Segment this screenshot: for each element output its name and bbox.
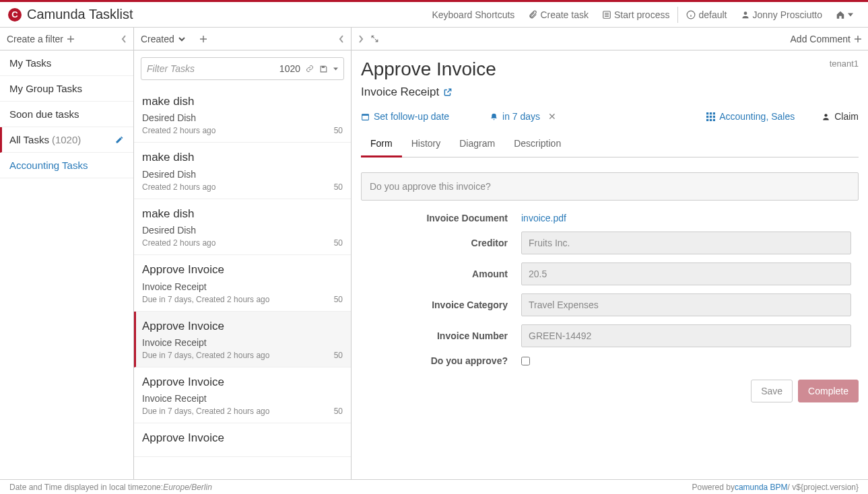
doc-link[interactable]: invoice.pdf <box>521 213 566 223</box>
keyboard-shortcuts-link[interactable]: Keyboard Shortcuts <box>425 2 521 28</box>
tab-history[interactable]: History <box>402 131 450 157</box>
svg-rect-18 <box>710 112 712 114</box>
complete-button[interactable]: Complete <box>798 380 859 402</box>
filter-label: Soon due tasks <box>9 108 79 120</box>
set-followup-link[interactable]: Set follow-up date <box>361 111 449 122</box>
task-item[interactable]: Approve Invoice Invoice Receipt Due in 7… <box>134 367 351 423</box>
detail-process: Invoice Receipt <box>361 85 859 99</box>
brand-title: Camunda Tasklist <box>27 7 133 22</box>
pencil-icon[interactable] <box>115 135 124 144</box>
timezone-prefix: Date and Time displayed in local timezon… <box>9 483 163 492</box>
task-item[interactable]: make dish Desired Dish Created 2 hours a… <box>134 199 351 255</box>
form-buttons: Save Complete <box>361 380 859 402</box>
filter-label: All Tasks <box>9 134 49 145</box>
svg-rect-24 <box>710 118 712 120</box>
task-item[interactable]: Approve Invoice Invoice Receipt Due in 7… <box>134 255 351 311</box>
form-question: Do you approve this invoice? <box>361 172 859 201</box>
save-icon[interactable] <box>319 65 328 73</box>
task-item[interactable]: Approve Invoice Invoice Receipt Due in 7… <box>134 312 351 367</box>
caret-down-icon[interactable] <box>333 67 338 71</box>
home-menu[interactable] <box>829 2 860 28</box>
task-title: make dish <box>142 95 343 108</box>
header-actions: Keyboard Shortcuts Create task Start pro… <box>425 2 860 28</box>
task-item[interactable]: make dish Desired Dish Created 2 hours a… <box>134 143 351 199</box>
powered-link[interactable]: camunda BPM <box>735 483 788 492</box>
timezone-value: Europe/Berlin <box>163 483 212 492</box>
expand-detail-icon[interactable] <box>358 35 364 43</box>
collapse-tasks-icon[interactable] <box>339 35 344 43</box>
detail-column: Add Comment Approve Invoice tenant1 Invo… <box>352 28 868 479</box>
user-menu[interactable]: Jonny Prosciutto <box>734 2 830 28</box>
task-sub: Desired Dish <box>142 225 343 236</box>
task-meta: Created 2 hours ago <box>142 182 215 192</box>
task-sub: Desired Dish <box>142 112 343 123</box>
svg-rect-25 <box>713 118 715 120</box>
filter-item-accounting[interactable]: Accounting Tasks <box>0 153 133 178</box>
user-name: Jonny Prosciutto <box>753 9 823 20</box>
create-filter-link[interactable]: Create a filter <box>7 34 63 44</box>
plus-icon[interactable] <box>855 36 861 42</box>
sort-button[interactable]: Created <box>141 34 174 44</box>
svg-rect-20 <box>706 115 708 117</box>
user-icon <box>822 112 830 121</box>
tab-description[interactable]: Description <box>504 131 570 157</box>
followup-label: Set follow-up date <box>374 111 449 122</box>
task-item[interactable]: Approve Invoice <box>134 423 351 456</box>
start-process-link[interactable]: Start process <box>595 2 676 28</box>
start-process-label: Start process <box>614 9 669 20</box>
link-icon[interactable] <box>306 65 314 73</box>
plus-icon[interactable] <box>200 36 207 42</box>
main: Create a filter My Tasks My Group Tasks … <box>0 28 868 479</box>
external-link-icon[interactable] <box>443 87 453 97</box>
claim-link[interactable]: Claim <box>822 111 859 122</box>
theme-link[interactable]: default <box>679 2 733 28</box>
task-meta: Created 2 hours ago <box>142 238 215 248</box>
task-search-input[interactable] <box>147 63 274 74</box>
tab-form[interactable]: Form <box>361 131 402 157</box>
filter-item-my-group-tasks[interactable]: My Group Tasks <box>0 76 133 102</box>
filter-item-my-tasks[interactable]: My Tasks <box>0 50 133 76</box>
fullscreen-icon[interactable] <box>370 34 379 43</box>
add-comment-link[interactable]: Add Comment <box>791 34 850 44</box>
collapse-filters-icon[interactable] <box>121 35 127 43</box>
form-row-doc: Invoice Document invoice.pdf <box>361 213 859 223</box>
task-meta: Due in 7 days, Created 2 hours ago <box>142 407 269 416</box>
save-button[interactable]: Save <box>751 380 793 402</box>
form-row-approve: Do you approve? <box>361 355 859 366</box>
approve-checkbox[interactable] <box>521 357 530 365</box>
filter-label: My Group Tasks <box>9 83 82 94</box>
close-icon[interactable]: ✕ <box>548 111 556 122</box>
task-sub: Invoice Receipt <box>142 393 343 404</box>
create-task-link[interactable]: Create task <box>521 2 595 28</box>
brand-logo-icon: C <box>8 8 22 22</box>
user-icon <box>741 10 750 20</box>
due-link[interactable]: in 7 days ✕ <box>490 111 556 122</box>
task-priority: 50 <box>334 407 343 416</box>
header: C Camunda Tasklist Keyboard Shortcuts Cr… <box>0 2 868 28</box>
svg-point-7 <box>743 11 747 15</box>
form-row-creditor: Creditor <box>361 232 859 254</box>
svg-rect-19 <box>713 112 715 114</box>
paperclip-icon <box>528 10 537 20</box>
filter-item-soon-due[interactable]: Soon due tasks <box>0 102 133 127</box>
filters-list: My Tasks My Group Tasks Soon due tasks A… <box>0 50 133 479</box>
task-item[interactable]: make dish Desired Dish Created 2 hours a… <box>134 87 351 143</box>
task-priority: 50 <box>334 238 343 248</box>
svg-rect-16 <box>362 114 369 115</box>
chevron-down-icon[interactable] <box>178 36 185 42</box>
tasks-scroll[interactable]: make dish Desired Dish Created 2 hours a… <box>134 87 351 479</box>
svg-rect-22 <box>713 115 715 117</box>
filters-column: Create a filter My Tasks My Group Tasks … <box>0 28 134 479</box>
task-search-row: 1020 <box>134 50 351 87</box>
plus-icon[interactable] <box>67 36 74 42</box>
list-icon <box>602 10 611 20</box>
caret-down-icon <box>848 12 853 17</box>
task-meta: Due in 7 days, Created 2 hours ago <box>142 295 269 304</box>
task-sub: Desired Dish <box>142 169 343 180</box>
task-priority: 50 <box>334 126 343 135</box>
tab-diagram[interactable]: Diagram <box>450 131 504 157</box>
groups-link[interactable]: Accounting, Sales <box>706 111 795 122</box>
filter-item-all-tasks[interactable]: All Tasks (1020) <box>0 127 133 153</box>
doc-label: Invoice Document <box>361 213 521 223</box>
claim-label: Claim <box>834 111 859 122</box>
